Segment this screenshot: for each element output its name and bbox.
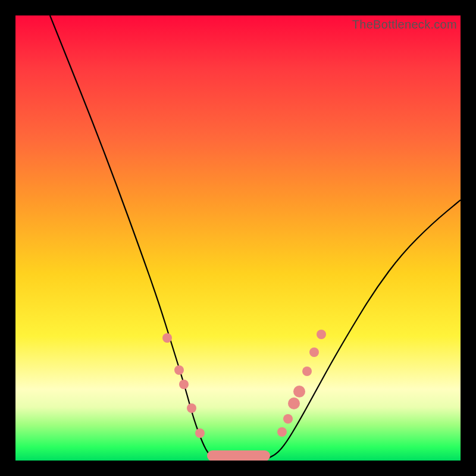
curve-marker xyxy=(179,380,189,389)
curve-marker xyxy=(283,414,293,424)
curve-marker xyxy=(302,367,312,376)
curve-marker xyxy=(293,386,305,397)
curve-marker xyxy=(277,427,287,437)
curve-marker xyxy=(187,403,196,413)
curve-marker xyxy=(317,330,326,339)
markers-left-group xyxy=(162,333,205,438)
curve-marker xyxy=(288,397,300,409)
curve-marker xyxy=(195,428,205,438)
bottleneck-curve-left xyxy=(50,15,215,458)
curve-marker xyxy=(174,365,184,375)
bottom-flat-marker xyxy=(207,450,270,461)
curve-marker xyxy=(162,333,172,343)
plot-area: TheBottleneck.com xyxy=(15,15,461,461)
curve-svg xyxy=(15,15,461,461)
chart-frame: TheBottleneck.com xyxy=(0,0,476,476)
bottleneck-curve-right xyxy=(268,200,461,458)
markers-right-group xyxy=(277,330,326,437)
curve-marker xyxy=(309,347,319,357)
